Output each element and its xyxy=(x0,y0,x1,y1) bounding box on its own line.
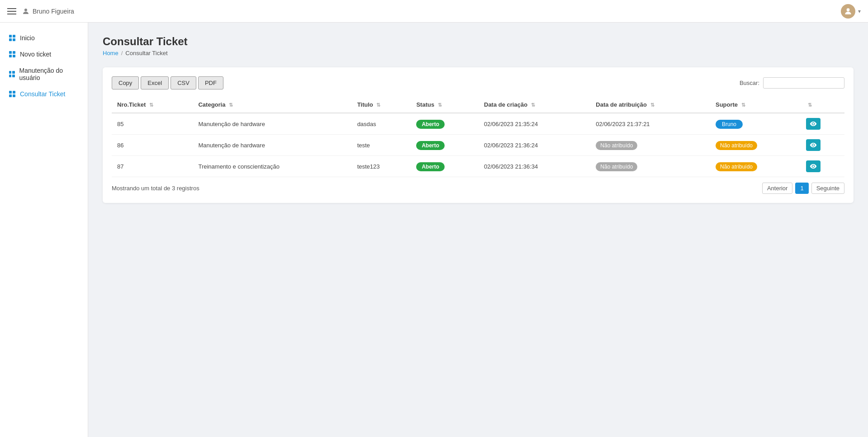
tickets-table: Nro.Ticket ⇅ Categoria ⇅ Titulo ⇅ Stat xyxy=(112,97,844,177)
svg-point-1 xyxy=(847,8,850,11)
suporte-badge: Bruno xyxy=(716,120,743,129)
status-badge: Aberto xyxy=(416,162,445,171)
cell-categoria: Treinamento e conscientização xyxy=(193,156,351,177)
cell-categoria: Manutenção de hardware xyxy=(193,113,351,135)
status-badge: Aberto xyxy=(416,120,445,129)
grid-icon-inicio xyxy=(9,35,15,41)
cell-suporte: Não atribuído xyxy=(710,156,801,177)
table-row: 87Treinamento e conscientizaçãoteste123A… xyxy=(112,156,844,177)
col-categoria[interactable]: Categoria ⇅ xyxy=(193,97,351,113)
prev-page-button[interactable]: Anterior xyxy=(762,183,793,194)
hamburger-icon[interactable] xyxy=(7,8,16,14)
main-card: Copy Excel CSV PDF Buscar: Nro.Ticket ⇅ xyxy=(103,67,854,203)
cell-data-atribuicao: Não atribuído xyxy=(590,135,710,156)
breadcrumb: Home / Consultar Ticket xyxy=(103,50,854,56)
grid-icon-consultar xyxy=(9,91,15,97)
export-buttons: Copy Excel CSV PDF xyxy=(112,76,223,89)
breadcrumb-separator: / xyxy=(121,50,123,56)
excel-button[interactable]: Excel xyxy=(141,76,169,89)
grid-icon-manutencao xyxy=(9,71,15,77)
cell-titulo: teste123 xyxy=(352,156,411,177)
cell-nro-ticket: 85 xyxy=(112,113,193,135)
suporte-badge: Não atribuído xyxy=(716,141,757,150)
sidebar-label-novo-ticket: Novo ticket xyxy=(20,51,51,58)
col-status[interactable]: Status ⇅ xyxy=(411,97,479,113)
sidebar-item-novo-ticket[interactable]: Novo ticket xyxy=(0,46,88,62)
cell-titulo: teste xyxy=(352,135,411,156)
col-data-atribuicao[interactable]: Data de atribuição ⇅ xyxy=(590,97,710,113)
next-page-button[interactable]: Seguinte xyxy=(811,183,844,194)
cell-actions xyxy=(801,156,844,177)
breadcrumb-current: Consultar Ticket xyxy=(125,50,167,56)
user-icon xyxy=(22,7,30,15)
page-1-button[interactable]: 1 xyxy=(795,183,808,194)
col-data-criacao[interactable]: Data de criação ⇅ xyxy=(479,97,590,113)
cell-data-criacao: 02/06/2023 21:35:24 xyxy=(479,113,590,135)
cell-data-atribuicao: Não atribuído xyxy=(590,156,710,177)
cell-data-atribuicao: 02/06/2023 21:37:21 xyxy=(590,113,710,135)
table-row: 86Manutenção de hardwaretesteAberto02/06… xyxy=(112,135,844,156)
table-row: 85Manutenção de hardwaredasdasAberto02/0… xyxy=(112,113,844,135)
page-title: Consultar Ticket xyxy=(103,35,854,48)
topbar: Bruno Figueira ▾ xyxy=(0,0,868,23)
cell-nro-ticket: 87 xyxy=(112,156,193,177)
sidebar-item-consultar-ticket[interactable]: Consultar Ticket xyxy=(0,86,88,102)
export-row: Copy Excel CSV PDF Buscar: xyxy=(112,76,844,89)
sidebar-item-inicio[interactable]: Inicio xyxy=(0,30,88,46)
chevron-down-icon: ▾ xyxy=(858,8,861,14)
search-label: Buscar: xyxy=(740,80,759,86)
sidebar-item-manutencao-usuario[interactable]: Manutenção do usuário xyxy=(0,62,88,86)
topbar-user: Bruno Figueira xyxy=(22,7,74,15)
sidebar-label-consultar: Consultar Ticket xyxy=(20,90,65,98)
sort-icon-atribuicao: ⇅ xyxy=(650,102,655,108)
col-suporte[interactable]: Suporte ⇅ xyxy=(710,97,801,113)
cell-status: Aberto xyxy=(411,156,479,177)
cell-data-criacao: 02/06/2023 21:36:34 xyxy=(479,156,590,177)
cell-nro-ticket: 86 xyxy=(112,135,193,156)
cell-categoria: Manutenção de hardware xyxy=(193,135,351,156)
avatar[interactable] xyxy=(841,4,855,19)
col-nro-ticket[interactable]: Nro.Ticket ⇅ xyxy=(112,97,193,113)
pagination: Anterior 1 Seguinte xyxy=(762,183,844,194)
sidebar-label-inicio: Inicio xyxy=(20,34,35,42)
sidebar-label-manutencao: Manutenção do usuário xyxy=(19,67,79,81)
sort-icon-categoria: ⇅ xyxy=(229,102,233,108)
search-row: Buscar: xyxy=(740,77,844,89)
view-button[interactable] xyxy=(806,139,821,151)
username-label: Bruno Figueira xyxy=(33,8,74,15)
atribuicao-badge: Não atribuído xyxy=(596,141,637,150)
view-button[interactable] xyxy=(806,160,821,172)
topbar-right: ▾ xyxy=(841,4,861,19)
col-actions: ⇅ xyxy=(801,97,844,113)
cell-titulo: dasdas xyxy=(352,113,411,135)
copy-button[interactable]: Copy xyxy=(112,76,139,89)
sort-icon-actions: ⇅ xyxy=(808,102,812,108)
status-badge: Aberto xyxy=(416,141,445,150)
sort-icon-status: ⇅ xyxy=(438,102,442,108)
avatar-icon xyxy=(844,7,853,16)
breadcrumb-home[interactable]: Home xyxy=(103,50,119,56)
sidebar: Inicio Novo ticket Manutenção do usuário… xyxy=(0,23,88,437)
sort-icon-titulo: ⇅ xyxy=(376,102,380,108)
cell-suporte: Não atribuído xyxy=(710,135,801,156)
cell-data-criacao: 02/06/2023 21:36:24 xyxy=(479,135,590,156)
main-content: Consultar Ticket Home / Consultar Ticket… xyxy=(88,23,868,437)
grid-icon-novo-ticket xyxy=(9,51,15,57)
cell-actions xyxy=(801,135,844,156)
search-input[interactable] xyxy=(763,77,844,89)
total-text: Mostrando um total de 3 registros xyxy=(112,185,199,192)
svg-point-0 xyxy=(24,9,27,11)
cell-suporte: Bruno xyxy=(710,113,801,135)
csv-button[interactable]: CSV xyxy=(171,76,196,89)
cell-actions xyxy=(801,113,844,135)
view-button[interactable] xyxy=(806,118,821,130)
layout: Inicio Novo ticket Manutenção do usuário… xyxy=(0,23,868,437)
cell-status: Aberto xyxy=(411,113,479,135)
cell-status: Aberto xyxy=(411,135,479,156)
col-titulo[interactable]: Titulo ⇅ xyxy=(352,97,411,113)
table-footer: Mostrando um total de 3 registros Anteri… xyxy=(112,183,844,194)
atribuicao-badge: Não atribuído xyxy=(596,162,637,171)
sort-icon-nro: ⇅ xyxy=(149,102,153,108)
pdf-button[interactable]: PDF xyxy=(198,76,223,89)
sort-icon-suporte: ⇅ xyxy=(741,102,745,108)
